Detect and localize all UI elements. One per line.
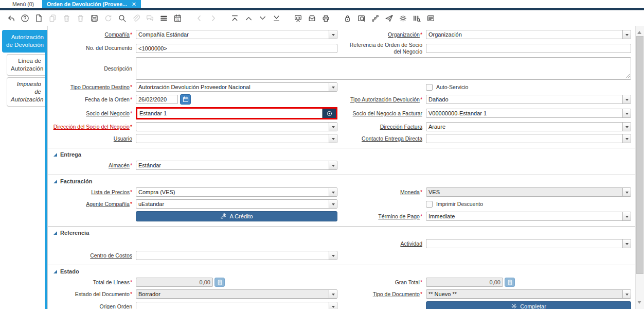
- activity-dropdown-icon[interactable]: [622, 239, 631, 248]
- activity-field[interactable]: [426, 239, 631, 248]
- section-header[interactable]: Facturación: [50, 178, 631, 187]
- self-service-checkbox[interactable]: [426, 84, 433, 91]
- organization-label-text[interactable]: Organización: [388, 31, 420, 38]
- previous-record-icon[interactable]: [244, 14, 253, 23]
- currency-label-text[interactable]: Moneda: [400, 189, 420, 195]
- vertical-scrollbar[interactable]: [635, 26, 644, 309]
- last-record-icon[interactable]: [272, 14, 281, 23]
- document-type-dropdown-icon[interactable]: [622, 290, 631, 298]
- section-collapse-icon[interactable]: [53, 270, 57, 273]
- section-collapse-icon[interactable]: [53, 180, 57, 183]
- target-document-type-label-text[interactable]: Tipo Documento Destino: [70, 84, 130, 90]
- user-field[interactable]: [136, 134, 337, 143]
- company-label-text[interactable]: Compañía: [104, 31, 129, 38]
- warehouse-field[interactable]: Estándar: [136, 161, 337, 170]
- rma-type-dropdown-icon[interactable]: [622, 95, 631, 104]
- save-icon[interactable]: [90, 14, 99, 23]
- invoice-partner-label-text[interactable]: Socio del Negocio a Facturar: [353, 110, 422, 116]
- on-credit-button[interactable]: A Crédito: [136, 211, 337, 221]
- user-dropdown-icon[interactable]: [329, 134, 337, 143]
- section-header[interactable]: Referencia: [50, 229, 631, 239]
- find-icon[interactable]: [118, 14, 127, 23]
- first-record-icon[interactable]: [230, 14, 239, 23]
- invoice-partner-dropdown-icon[interactable]: [622, 109, 631, 117]
- warehouse-dropdown-icon[interactable]: [329, 161, 337, 169]
- dropship-contact-field[interactable]: [426, 134, 631, 143]
- payment-term-dropdown-icon[interactable]: [622, 212, 631, 220]
- calculator-button[interactable]: [505, 278, 515, 287]
- rma-type-field[interactable]: Dañado: [426, 95, 631, 104]
- description-textarea[interactable]: [136, 57, 631, 80]
- scrollbar-thumb[interactable]: [636, 36, 643, 274]
- barcode-scan-icon[interactable]: [413, 14, 421, 23]
- document-no-field[interactable]: <1000000>: [136, 44, 337, 53]
- cost-center-field[interactable]: [136, 251, 337, 260]
- company-agent-field[interactable]: uEstandar: [136, 199, 337, 209]
- section-header[interactable]: Estado: [50, 268, 631, 278]
- target-document-type-field[interactable]: Autorización Devolución Proveedor Nacion…: [136, 82, 337, 92]
- price-list-label-text[interactable]: Lista de Precios: [91, 189, 130, 195]
- document-type-field[interactable]: ** Nuevo **: [426, 289, 631, 299]
- grid-toggle-icon[interactable]: [159, 14, 168, 23]
- tab-menu[interactable]: Menú (0): [4, 0, 42, 8]
- invoice-location-label-text[interactable]: Dirección Factura: [380, 124, 422, 130]
- rma-type-label-text[interactable]: Tipo Autorización Devolución: [350, 96, 420, 102]
- sidebar-tab-linea-de-autorizacion[interactable]: Línea de Autorización: [7, 54, 45, 76]
- partner-location-field[interactable]: [136, 122, 337, 131]
- price-list-field[interactable]: Compra (VES): [136, 187, 337, 197]
- record-info-button[interactable]: [323, 109, 336, 118]
- next-record-icon[interactable]: [258, 14, 267, 23]
- calendar-icon[interactable]: 31: [173, 14, 182, 23]
- total-lines-input[interactable]: 0,00: [136, 278, 213, 287]
- undo-icon[interactable]: [7, 14, 15, 23]
- calculator-button[interactable]: [214, 278, 225, 287]
- partner-location-label-text[interactable]: Dirección del Socio del Negocio: [53, 124, 130, 130]
- dropship-contact-dropdown-icon[interactable]: [622, 134, 631, 143]
- company-agent-label-text[interactable]: Agente Compañía: [86, 201, 130, 207]
- payment-term-field[interactable]: Immediate: [426, 212, 631, 221]
- user-label-text[interactable]: Usuario: [114, 135, 132, 142]
- business-partner-label-text[interactable]: Socio del Negocio: [86, 110, 130, 116]
- sidebar-tab-impuesto-de-autorizacion[interactable]: Impuesto de Autorización: [7, 77, 45, 107]
- report-window-icon[interactable]: [426, 14, 435, 23]
- partner-location-dropdown-icon[interactable]: [329, 123, 337, 131]
- preferences-icon[interactable]: [399, 14, 407, 23]
- new-record-icon[interactable]: [34, 14, 43, 23]
- workflow-icon[interactable]: [371, 14, 380, 23]
- order-date-input[interactable]: 26/02/2020: [136, 95, 178, 104]
- product-info-icon[interactable]: [357, 14, 366, 23]
- archive-icon[interactable]: [308, 14, 316, 23]
- currency-field[interactable]: VES: [426, 187, 631, 197]
- activity-label-text[interactable]: Actividad: [400, 241, 422, 247]
- close-icon[interactable]: ✕: [132, 2, 136, 7]
- sidebar-tab-autorizacion-de-devolucion[interactable]: Autorización de Devolución: [2, 30, 47, 53]
- document-status-dropdown-icon[interactable]: [329, 290, 337, 298]
- organization-field[interactable]: Organización: [426, 30, 631, 39]
- business-partner-input[interactable]: Estandar 1: [137, 109, 323, 118]
- scrollbar-up-icon[interactable]: [637, 29, 641, 34]
- report-icon[interactable]: [294, 14, 302, 23]
- grand-total-input[interactable]: 0,00: [426, 278, 503, 287]
- tab-document[interactable]: Orden de Devolución (Provee... ✕: [42, 0, 141, 8]
- warehouse-label-text[interactable]: Almacén: [109, 162, 130, 168]
- currency-dropdown-icon[interactable]: [622, 188, 631, 196]
- section-header[interactable]: Entrega: [50, 151, 631, 161]
- company-agent-dropdown-icon[interactable]: [329, 200, 337, 208]
- company-dropdown-icon[interactable]: [329, 30, 337, 39]
- dropship-contact-label-text[interactable]: Contacto Entrega Directa: [362, 135, 422, 142]
- payment-term-label-text[interactable]: Término de Pago: [378, 213, 420, 219]
- invoice-location-field[interactable]: Araure: [426, 122, 631, 131]
- document-type-label-text[interactable]: Tipo de Documento: [373, 291, 420, 297]
- section-collapse-icon[interactable]: [53, 153, 57, 157]
- scrollbar-down-icon[interactable]: [637, 301, 641, 306]
- print-icon[interactable]: [321, 14, 330, 23]
- document-status-field[interactable]: Borrador: [136, 289, 337, 299]
- help-icon[interactable]: [21, 14, 29, 23]
- target-document-type-dropdown-icon[interactable]: [329, 83, 337, 91]
- lock-icon[interactable]: [343, 14, 352, 23]
- complete-button[interactable]: Completar: [426, 301, 631, 309]
- organization-dropdown-icon[interactable]: [622, 30, 631, 39]
- calendar-picker-button[interactable]: [180, 94, 191, 105]
- discount-printed-checkbox[interactable]: [426, 201, 433, 208]
- bp-order-reference-field[interactable]: [426, 44, 631, 53]
